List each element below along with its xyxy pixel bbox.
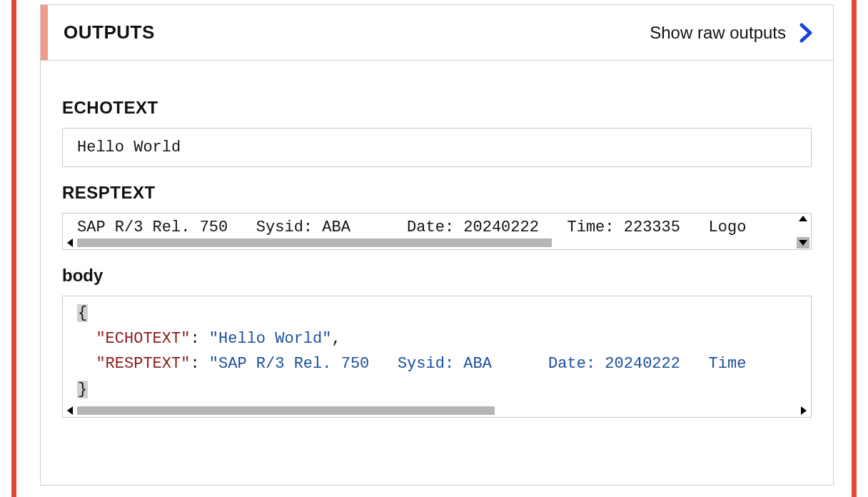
left-accent-bar [11,0,16,497]
resptext-label: RESPTEXT [62,183,812,203]
scroll-left-icon [67,406,73,415]
json-comma: , [331,330,340,348]
body-code-box: { "ECHOTEXT": "Hello World", "RESPTEXT":… [62,296,812,418]
scrollbar-thumb[interactable] [77,239,552,247]
scroll-left-icon [67,239,73,247]
scrollbar-track[interactable] [77,239,797,247]
outputs-panel-body: ECHOTEXT Hello World RESPTEXT SAP R/3 Re… [41,61,833,435]
right-accent-bar [852,0,857,497]
json-open-brace: { [77,304,88,322]
body-section: body { "ECHOTEXT": "Hello World", "RESPT… [62,266,812,418]
json-key-echotext: "ECHOTEXT" [96,330,190,348]
scroll-right-icon [801,406,807,415]
echotext-label: ECHOTEXT [62,98,812,118]
body-label: body [62,266,812,286]
resptext-value[interactable]: SAP R/3 Rel. 750 Sysid: ABA Date: 202402… [63,214,811,236]
resptext-vertical-scrollbar[interactable] [797,216,809,248]
page-title: OUTPUTS [64,21,155,44]
json-value-resptext: "SAP R/3 Rel. 750 Sysid: ABA Date: 20240… [209,355,747,373]
resptext-box: SAP R/3 Rel. 750 Sysid: ABA Date: 202402… [62,213,812,250]
scroll-up-icon [799,216,807,221]
scrollbar-track[interactable] [77,406,797,415]
chevron-right-icon [799,22,814,44]
echotext-value: Hello World [62,128,812,167]
show-raw-outputs-button[interactable]: Show raw outputs [650,22,814,44]
scroll-down-icon [799,240,807,246]
json-key-resptext: "RESPTEXT" [96,355,190,373]
json-colon: : [190,330,208,348]
echotext-section: ECHOTEXT Hello World [62,98,812,167]
scroll-down-button[interactable] [797,237,809,248]
outputs-panel-header: OUTPUTS Show raw outputs [41,5,833,61]
resptext-horizontal-scrollbar[interactable] [63,236,811,249]
outputs-panel: OUTPUTS Show raw outputs ECHOTEXT Hello … [40,4,834,486]
body-horizontal-scrollbar[interactable] [63,404,811,417]
json-value-echotext: "Hello World" [209,330,332,348]
header-accent-bar [41,5,48,60]
json-close-brace: } [77,381,88,398]
show-raw-outputs-label: Show raw outputs [650,23,786,43]
scrollbar-thumb[interactable] [77,406,495,415]
resptext-section: RESPTEXT SAP R/3 Rel. 750 Sysid: ABA Dat… [62,183,812,250]
json-colon: : [190,355,208,373]
body-code[interactable]: { "ECHOTEXT": "Hello World", "RESPTEXT":… [63,296,811,404]
